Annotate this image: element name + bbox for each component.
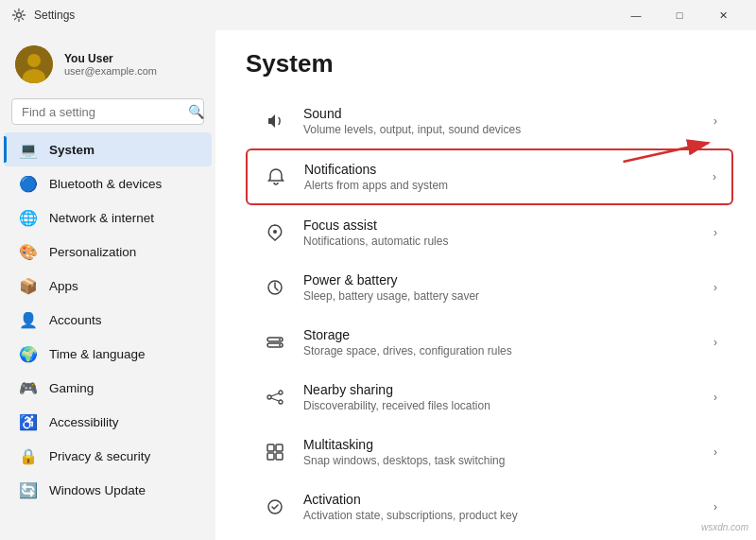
setting-text-power-battery: Power & battery Sleep, battery usage, ba… [303,272,698,303]
setting-item-multitasking[interactable]: Multitasking Snap windows, desktops, tas… [246,425,733,479]
nav-label-personalization: Personalization [49,245,136,259]
svg-point-0 [17,13,22,18]
setting-desc-focus-assist: Notifications, automatic rules [303,235,698,248]
search-input[interactable] [22,105,180,119]
svg-rect-15 [267,453,274,460]
svg-point-9 [279,344,281,346]
setting-icon-storage [262,329,288,356]
setting-item-storage[interactable]: Storage Storage space, drives, configura… [246,315,733,370]
setting-icon-sound [262,108,288,134]
setting-text-nearby-sharing: Nearby sharing Discoverability, received… [303,382,698,412]
sidebar-item-personalization[interactable]: 🎨 Personalization [4,235,212,269]
setting-item-focus-assist[interactable]: Focus assist Notifications, automatic ru… [246,205,733,260]
svg-point-8 [279,339,281,340]
titlebar: Settings — □ ✕ [0,0,756,30]
avatar [15,45,53,83]
nav-icon-apps: 📦 [19,276,38,295]
setting-arrow-nearby-sharing: › [713,391,717,404]
nav-label-apps: Apps [49,279,78,293]
svg-rect-13 [267,444,274,451]
svg-point-11 [279,391,283,394]
svg-point-10 [267,395,271,399]
setting-text-activation: Activation Activation state, subscriptio… [303,492,698,522]
nav-icon-bluetooth: 🔵 [19,174,38,193]
window-controls: — □ ✕ [614,0,745,30]
svg-point-2 [27,54,41,67]
setting-arrow-storage: › [713,336,717,349]
setting-item-activation[interactable]: Activation Activation state, subscriptio… [246,479,733,534]
svg-rect-14 [276,444,283,451]
svg-point-12 [279,400,283,404]
setting-title-activation: Activation [303,492,698,507]
setting-item-notifications[interactable]: Notifications Alerts from apps and syste… [246,148,733,205]
nav-icon-accounts: 👤 [19,310,38,329]
nav-label-bluetooth: Bluetooth & devices [49,177,162,191]
setting-icon-power-battery [262,274,288,301]
setting-icon-activation [262,494,288,520]
sidebar: You User user@example.com 🔍 💻 System 🔵 B… [0,30,215,540]
setting-text-sound: Sound Volume levels, output, input, soun… [303,106,698,136]
titlebar-left: Settings [11,8,75,23]
page-title: System [246,49,733,78]
sidebar-item-privacy[interactable]: 🔒 Privacy & security [4,439,212,473]
setting-item-troubleshoot[interactable]: Troubleshoot Recommended troubleshooters… [246,534,733,540]
app-container: You User user@example.com 🔍 💻 System 🔵 B… [0,30,756,540]
setting-desc-storage: Storage space, drives, configuration rul… [303,344,698,357]
setting-title-nearby-sharing: Nearby sharing [303,382,698,397]
setting-desc-notifications: Alerts from apps and system [304,179,697,192]
setting-title-multitasking: Multitasking [303,437,698,452]
user-info: You User user@example.com [64,52,157,77]
nav-label-time: Time & language [49,347,146,361]
setting-icon-multitasking [262,439,288,465]
sidebar-item-system[interactable]: 💻 System [4,132,212,166]
setting-item-nearby-sharing[interactable]: Nearby sharing Discoverability, received… [246,370,733,425]
sidebar-item-network[interactable]: 🌐 Network & internet [4,200,212,235]
setting-desc-sound: Volume levels, output, input, sound devi… [303,123,698,136]
nav-icon-privacy: 🔒 [19,446,38,465]
setting-text-focus-assist: Focus assist Notifications, automatic ru… [303,218,698,248]
nav-label-privacy: Privacy & security [49,449,150,463]
settings-app-icon [11,8,26,23]
nav-icon-gaming: 🎮 [19,378,38,397]
setting-text-multitasking: Multitasking Snap windows, desktops, tas… [303,437,698,467]
setting-arrow-focus-assist: › [713,226,717,239]
setting-title-sound: Sound [303,106,698,121]
setting-arrow-sound: › [713,114,717,128]
nav-label-accounts: Accounts [49,313,102,327]
minimize-button[interactable]: — [614,0,658,30]
user-name: You User [64,52,157,65]
sidebar-item-update[interactable]: 🔄 Windows Update [4,473,212,507]
sidebar-item-apps[interactable]: 📦 Apps [4,269,212,303]
setting-icon-focus-assist [262,219,288,246]
settings-list: Sound Volume levels, output, input, soun… [246,94,733,540]
nav-label-system: System [49,143,94,157]
maximize-button[interactable]: □ [658,0,701,30]
content-area: System Sound Volume levels, output, inpu… [215,30,756,540]
setting-text-storage: Storage Storage space, drives, configura… [303,327,698,357]
nav-icon-accessibility: ♿ [19,412,38,431]
search-box[interactable]: 🔍 [11,98,204,125]
sidebar-item-accessibility[interactable]: ♿ Accessibility [4,405,212,439]
close-button[interactable]: ✕ [701,0,745,30]
setting-icon-nearby-sharing [262,384,288,410]
sidebar-item-gaming[interactable]: 🎮 Gaming [4,371,212,405]
sidebar-item-bluetooth[interactable]: 🔵 Bluetooth & devices [4,166,212,200]
watermark: wsxdn.com [701,522,748,532]
nav-icon-personalization: 🎨 [19,242,38,261]
setting-desc-activation: Activation state, subscriptions, product… [303,509,698,522]
setting-item-power-battery[interactable]: Power & battery Sleep, battery usage, ba… [246,260,733,315]
nav-label-network: Network & internet [49,211,154,225]
user-profile[interactable]: You User user@example.com [0,38,215,98]
setting-item-sound[interactable]: Sound Volume levels, output, input, soun… [246,94,733,148]
setting-title-power-battery: Power & battery [303,272,698,287]
sidebar-item-time[interactable]: 🌍 Time & language [4,337,212,371]
setting-arrow-power-battery: › [713,281,717,294]
setting-title-storage: Storage [303,327,698,342]
setting-text-notifications: Notifications Alerts from apps and syste… [304,162,697,192]
user-email: user@example.com [64,65,157,77]
svg-point-4 [273,230,277,234]
nav-icon-system: 💻 [19,140,38,159]
setting-arrow-multitasking: › [713,445,717,459]
sidebar-item-accounts[interactable]: 👤 Accounts [4,303,212,337]
nav-icon-network: 🌐 [19,208,38,227]
